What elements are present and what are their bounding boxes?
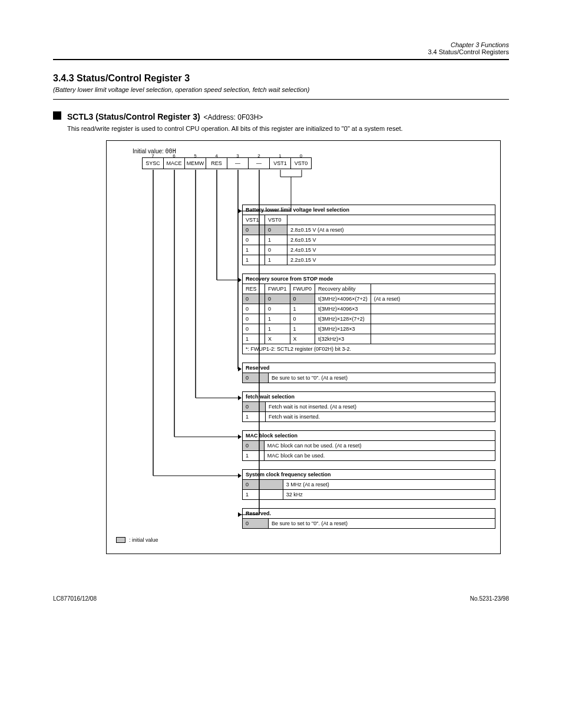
table-title: Reserved. <box>243 509 495 519</box>
section-title: 3.4.3 Status/Control Register 3 <box>53 73 509 84</box>
table-col-header: FWUP1 <box>265 284 290 294</box>
table-cell: 0 <box>290 314 315 324</box>
table-cell: 0 <box>243 480 283 490</box>
table-cell: 0 <box>243 402 266 412</box>
table-note: *: FWUP1-2: SCTL2 register (0F02H) bit 3… <box>243 344 495 354</box>
table-cell <box>371 304 495 314</box>
table-col-header <box>371 284 495 294</box>
table-cell: t(3MHz)×4096×(7+2) <box>315 294 371 304</box>
table-cell: 0 <box>265 294 290 304</box>
table-cell: (At a reset) <box>371 294 495 304</box>
table-title: fetch wait selection <box>243 392 495 402</box>
table-col-header: RES <box>243 284 265 294</box>
page-footer: LC877016/12/08 No.5231-23/98 <box>53 595 509 602</box>
table-cell: 2.6±0.15 V <box>287 235 495 245</box>
table-cell: Fetch wait is not inserted. (At a reset) <box>266 402 495 412</box>
table-cell: 1 <box>265 324 290 334</box>
register-heading: SCTL3 (Status/Control Register 3) <Addre… <box>53 110 509 121</box>
table-cell: Be sure to set to "0". (At a reset) <box>269 373 495 383</box>
footer-left: LC877016/12/08 <box>53 595 97 602</box>
table-cell: t(32kHz)×3 <box>315 334 371 344</box>
table-cell <box>371 324 495 334</box>
table-cell: 1 <box>243 245 265 255</box>
svg-marker-22 <box>238 434 242 439</box>
register-diagram: Initial value: 00H SYSC7MACE6MEMW5RES4—3… <box>106 140 501 554</box>
bit-number: 7 <box>143 151 163 162</box>
bit-cell: VST11 <box>269 157 290 169</box>
legend: : initial value <box>116 537 491 543</box>
table-title: System clock frequency selection <box>243 470 495 480</box>
table-col-header: VST1 <box>243 215 265 225</box>
bit-cell: MACE6 <box>163 157 184 169</box>
table-title: Battery lower limit voltage level select… <box>243 205 495 215</box>
table-title: Recovery source from STOP mode <box>243 274 495 284</box>
register-name: SCTL3 (Status/Control Register 3) <box>67 112 200 121</box>
table-cell: 0 <box>243 294 265 304</box>
table-cell: 0 <box>265 245 287 255</box>
svg-marker-30 <box>238 512 242 517</box>
legend-swatch <box>116 537 125 543</box>
bit-number: 4 <box>206 151 227 162</box>
bit-description-table: MAC block selection0MAC block can not be… <box>242 430 495 461</box>
header-rule <box>53 59 509 60</box>
table-cell: Fetch wait is inserted. <box>266 412 495 422</box>
bit-cell: —3 <box>227 157 248 169</box>
table-cell: 0 <box>290 294 315 304</box>
svg-marker-26 <box>238 473 242 478</box>
table-cell: 3 MHz (At a reset) <box>283 480 495 490</box>
table-cell: 2.2±0.15 V <box>287 255 495 265</box>
table-col-header <box>287 215 495 225</box>
bit-description-table: System clock frequency selection03 MHz (… <box>242 469 495 500</box>
bit-number: 2 <box>249 151 269 162</box>
bit-number: 5 <box>185 151 206 162</box>
svg-marker-10 <box>238 278 242 282</box>
tables-container: Battery lower limit voltage level select… <box>242 205 491 529</box>
table-title: Reserved <box>243 363 495 373</box>
table-cell: 2.4±0.15 V <box>287 245 495 255</box>
bit-cell: MEMW5 <box>184 157 206 169</box>
table-col-header: FWUP0 <box>290 284 315 294</box>
svg-marker-6 <box>238 209 242 213</box>
bullet-icon <box>53 111 61 120</box>
bit-cell: SYSC7 <box>142 157 163 169</box>
table-cell <box>371 334 495 344</box>
table-col-header: Recovery ability <box>315 284 371 294</box>
table-cell: 1 <box>243 490 283 500</box>
bit-number: 3 <box>227 151 248 162</box>
table-cell: MAC block can be used. <box>264 451 495 461</box>
table-cell: 1 <box>265 314 290 324</box>
table-cell: 0 <box>243 314 265 324</box>
bit-cell: VST00 <box>290 157 312 169</box>
bit-cell: —2 <box>248 157 269 169</box>
bit-description-table: fetch wait selection0Fetch wait is not i… <box>242 391 495 422</box>
table-cell: 1 <box>243 334 265 344</box>
table-cell: X <box>290 334 315 344</box>
bit-number: 6 <box>164 151 184 162</box>
section-label: 3.4 Status/Control Registers <box>53 48 509 55</box>
section-rule <box>53 99 509 100</box>
svg-marker-14 <box>238 367 242 371</box>
footer-right: No.5231-23/98 <box>470 595 509 602</box>
table-title: MAC block selection <box>243 431 495 441</box>
table-cell: 1 <box>243 412 266 422</box>
table-cell: t(3MHz)×4096×3 <box>315 304 371 314</box>
bit-description-table: Reserved0Be sure to set to "0". (At a re… <box>242 363 495 383</box>
table-cell: 32 kHz <box>283 490 495 500</box>
section-subtitle: (Battery lower limit voltage level selec… <box>53 86 509 93</box>
table-cell: 0 <box>243 225 265 235</box>
table-cell: t(3MHz)×128×(7+2) <box>315 314 371 324</box>
legend-text: : initial value <box>129 537 158 543</box>
table-cell: X <box>265 334 290 344</box>
table-cell: 0 <box>243 235 265 245</box>
svg-marker-18 <box>238 396 242 400</box>
bit-description-table: Reserved.0Be sure to set to "0". (At a r… <box>242 508 495 529</box>
table-cell: 0 <box>243 304 265 314</box>
table-cell: 0 <box>243 441 265 451</box>
table-cell: 1 <box>265 235 287 245</box>
table-cell: 1 <box>243 255 265 265</box>
table-col-header: VST0 <box>265 215 287 225</box>
bit-number: 0 <box>291 151 311 162</box>
table-cell: 0 <box>243 324 265 334</box>
table-cell: 2.8±0.15 V (At a reset) <box>287 225 495 235</box>
table-cell: 0 <box>243 373 269 383</box>
